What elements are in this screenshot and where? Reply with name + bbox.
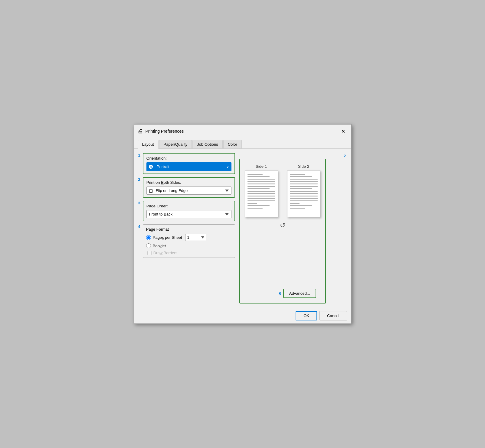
left-panel: 1 Orientation: 🅐 Portrait Landscape Reve… (138, 153, 235, 304)
preview-area: Side 1 (245, 164, 320, 229)
pages-preview-row: Side 1 (245, 164, 320, 217)
paper-line (290, 208, 305, 209)
page-order-section: Page Order: Front to Back Back to Front (143, 201, 235, 221)
title-bar-left: 🖨 Printing Preferences (138, 128, 184, 135)
paper-line (290, 176, 312, 177)
paper-line (247, 203, 257, 204)
tab-layout-label: Layout (142, 142, 154, 147)
tab-paper-quality[interactable]: Paper/Quality (159, 140, 192, 148)
paper-line (247, 186, 275, 187)
paper-line (290, 198, 318, 199)
paper-line (247, 208, 263, 209)
page-format-section: Page Format Pages per Sheet 1 2 4 6 (143, 224, 235, 258)
close-button[interactable]: ✕ (339, 127, 348, 135)
tab-color[interactable]: Color (223, 140, 242, 148)
side1-label: Side 1 (256, 164, 267, 169)
tab-job-options[interactable]: Job Options (192, 140, 222, 148)
page-format-title: Page Format (146, 227, 232, 232)
main-content: 1 Orientation: 🅐 Portrait Landscape Reve… (138, 153, 347, 304)
print-both-sides-section: Print on Both Sides: ⊞ None Flip on Long… (143, 177, 235, 198)
orientation-label: Orientation: (146, 156, 231, 161)
flip-icon: ↺ (280, 222, 285, 229)
paper-line (247, 179, 275, 180)
tab-layout[interactable]: Layout (138, 140, 159, 149)
draw-borders-checkbox[interactable] (147, 251, 152, 255)
tab-job-options-label: Job Options (197, 142, 218, 147)
booklet-radio[interactable] (146, 243, 151, 248)
paper-line (290, 181, 318, 182)
paper-line (290, 186, 318, 187)
tab-paper-quality-label: Paper/Quality (164, 142, 188, 147)
draw-borders-label: Draw Borders (153, 251, 177, 255)
pages-per-sheet-row: Pages per Sheet 1 2 4 6 9 16 (146, 234, 232, 241)
pages-per-sheet-text: Pages per Sheet (153, 235, 182, 240)
paper-line (247, 191, 275, 192)
section-number-3: 3 (138, 201, 140, 205)
paper-line (247, 200, 275, 201)
print-both-sides-label: Print on Both Sides: (146, 180, 231, 185)
printing-preferences-dialog: 🖨 Printing Preferences ✕ Layout Paper/Qu… (134, 124, 352, 324)
booklet-row: Booklet (146, 243, 232, 248)
orientation-section: Orientation: 🅐 Portrait Landscape Revers… (143, 153, 235, 174)
tab-color-label: Color (228, 142, 237, 147)
dialog-body: 1 Orientation: 🅐 Portrait Landscape Reve… (134, 149, 351, 308)
paper-line (247, 181, 275, 182)
draw-borders-row: Draw Borders (147, 251, 232, 255)
print-both-sides-select[interactable]: None Flip on Long Edge Flip on Short Edg… (146, 187, 231, 195)
paper-line (247, 196, 275, 196)
section-number-6: 6 (279, 291, 281, 296)
side2-paper (287, 170, 320, 217)
side1-paper-lines (247, 174, 275, 209)
pages-per-sheet-select[interactable]: 1 2 4 6 9 16 (185, 234, 206, 241)
orientation-dropdown-wrapper: 🅐 Portrait Landscape Reverse Landscape ∨ (146, 162, 231, 171)
paper-line (247, 188, 270, 189)
section-number-1: 1 (138, 153, 140, 157)
section-number-4: 4 (138, 224, 140, 229)
paper-line (290, 193, 318, 194)
paper-line (290, 203, 300, 204)
paper-line (247, 198, 275, 199)
pages-per-sheet-radio[interactable] (146, 235, 151, 240)
paper-line (247, 183, 275, 184)
paper-line (290, 183, 318, 184)
paper-line (290, 205, 312, 206)
orientation-select[interactable]: Portrait Landscape Reverse Landscape (146, 162, 231, 171)
dialog-footer: OK Cancel (134, 308, 351, 323)
tab-bar: Layout Paper/Quality Job Options Color (134, 138, 351, 149)
print-preview-panel: Side 1 (239, 159, 326, 304)
side1-preview: Side 1 (245, 164, 278, 217)
paper-line (290, 196, 318, 196)
paper-line (290, 188, 312, 189)
ok-button[interactable]: OK (296, 311, 317, 320)
dialog-title: Printing Preferences (146, 129, 184, 134)
paper-line (247, 176, 270, 177)
paper-line (290, 200, 318, 201)
duplex-dropdown-wrapper: ⊞ None Flip on Long Edge Flip on Short E… (146, 187, 231, 195)
paper-line (247, 205, 270, 206)
printer-icon: 🖨 (138, 128, 143, 135)
title-bar: 🖨 Printing Preferences ✕ (134, 125, 351, 138)
booklet-text: Booklet (153, 244, 166, 248)
paper-line (247, 174, 263, 175)
page-order-select[interactable]: Front to Back Back to Front (146, 210, 231, 218)
advanced-button[interactable]: Advanced... (283, 289, 316, 298)
section-number-2: 2 (138, 177, 140, 182)
section-number-5: 5 (343, 153, 346, 157)
paper-line (290, 191, 318, 192)
side1-paper (245, 170, 278, 217)
advanced-row: 6 Advanced... (245, 283, 320, 298)
side2-label: Side 2 (298, 164, 309, 169)
page-order-label: Page Order: (146, 204, 231, 208)
pages-per-sheet-radio-label[interactable]: Pages per Sheet (146, 235, 182, 240)
side2-paper-lines (290, 174, 318, 209)
paper-line (290, 179, 318, 180)
paper-line (290, 174, 305, 175)
side2-preview: Side 2 (287, 164, 320, 217)
booklet-radio-label[interactable]: Booklet (146, 243, 166, 248)
paper-line (247, 193, 275, 194)
cancel-button[interactable]: Cancel (320, 311, 347, 320)
